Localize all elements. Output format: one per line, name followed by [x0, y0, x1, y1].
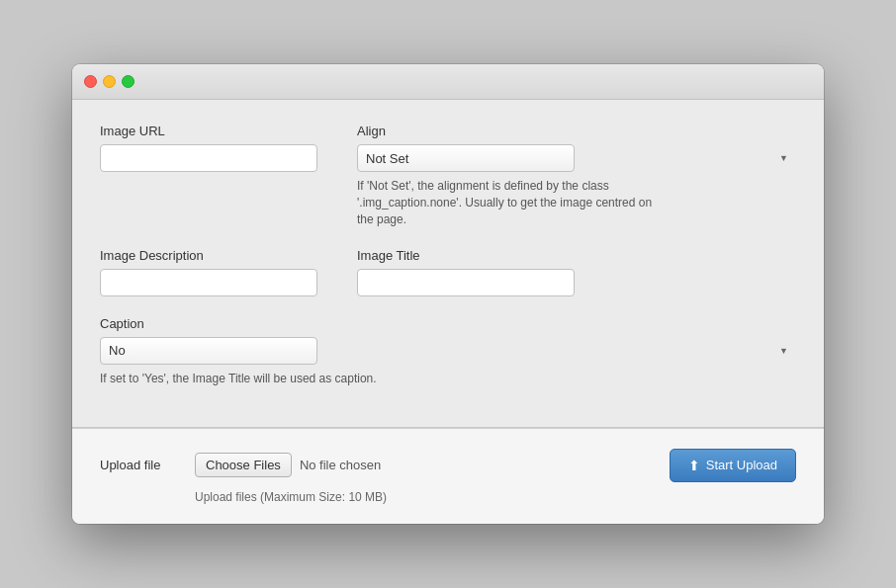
traffic-lights — [84, 75, 134, 88]
no-file-text: No file chosen — [300, 458, 381, 472]
titlebar — [72, 64, 824, 100]
upload-section: Upload file Choose Files No file chosen … — [72, 428, 824, 524]
upload-size-text: Upload files (Maximum Size: 10 MB) — [195, 490, 796, 504]
align-group: Align Not Set Left Center Right If 'Not … — [357, 124, 796, 227]
caption-form-row: Caption No Yes If set to 'Yes', the Imag… — [100, 316, 796, 403]
align-select-wrapper: Not Set Left Center Right — [357, 144, 796, 172]
align-form-group: Align Not Set Left Center Right If 'Not … — [357, 124, 796, 227]
description-label: Image Description — [100, 248, 317, 263]
title-label: Image Title — [357, 248, 796, 263]
maximize-button[interactable] — [122, 75, 134, 88]
align-select[interactable]: Not Set Left Center Right — [357, 144, 575, 172]
upload-icon: ⬆ — [688, 458, 700, 473]
image-url-label: Image URL — [100, 124, 317, 138]
caption-form-group: Caption No Yes If set to 'Yes', the Imag… — [100, 316, 796, 387]
upload-file-label: Upload file — [100, 458, 179, 472]
description-group: Image Description — [100, 248, 317, 296]
description-input[interactable] — [100, 269, 317, 296]
caption-select-wrapper: No Yes — [100, 337, 796, 365]
title-form-group: Image Title — [357, 248, 796, 296]
choose-files-button[interactable]: Choose Files — [195, 453, 292, 477]
top-form-row: Image URL Align Not Set Left Center Righ… — [100, 124, 796, 247]
start-upload-label: Start Upload — [706, 458, 777, 472]
image-url-input[interactable] — [100, 144, 317, 172]
middle-form-row: Image Description Image Title — [100, 248, 796, 316]
title-input[interactable] — [357, 269, 575, 296]
title-group: Image Title — [357, 248, 796, 296]
caption-help-text: If set to 'Yes', the Image Title will be… — [100, 371, 397, 387]
align-help-text: If 'Not Set', the alignment is defined b… — [357, 178, 654, 227]
image-url-form-group: Image URL — [100, 124, 317, 172]
close-button[interactable] — [84, 75, 97, 88]
description-form-group: Image Description — [100, 248, 317, 296]
caption-select[interactable]: No Yes — [100, 337, 317, 365]
upload-row: Upload file Choose Files No file chosen … — [100, 449, 796, 482]
start-upload-button[interactable]: ⬆ Start Upload — [670, 449, 796, 482]
form-content: Image URL Align Not Set Left Center Righ… — [72, 100, 824, 426]
caption-label: Caption — [100, 316, 796, 331]
minimize-button[interactable] — [103, 75, 116, 88]
align-label: Align — [357, 124, 796, 138]
file-input-wrapper: Choose Files No file chosen — [195, 453, 381, 477]
main-window: Image URL Align Not Set Left Center Righ… — [72, 64, 824, 523]
image-url-group: Image URL — [100, 124, 317, 227]
